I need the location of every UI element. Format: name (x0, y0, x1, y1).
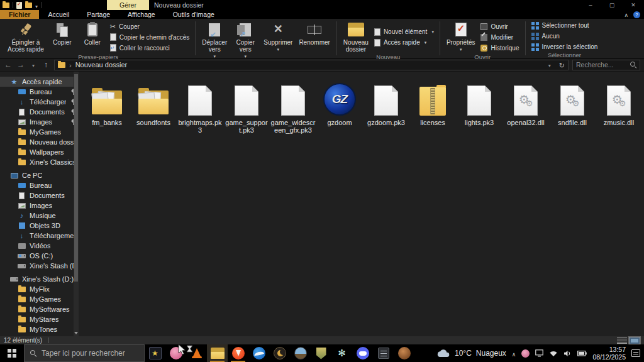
sidebar-item-musique[interactable]: Musique (0, 211, 79, 221)
edit-button[interactable]: Modifier (479, 33, 521, 42)
file-openal32[interactable]: openal32.dll (502, 82, 549, 126)
taskbar-app-landscape[interactable] (290, 344, 311, 362)
cut-button[interactable]: Couper (108, 22, 191, 31)
sidebar-item-d-mygames[interactable]: MyGames (0, 294, 79, 304)
qat-properties-icon[interactable] (16, 2, 22, 9)
sidebar-item-myflix[interactable]: MyFlix (0, 284, 79, 294)
taskbar-app-discord[interactable] (352, 344, 373, 362)
address-dropdown-caret-icon[interactable] (545, 60, 554, 69)
sidebar-item-images[interactable]: Images (0, 117, 79, 127)
tray-app-icon[interactable] (521, 349, 530, 358)
sidebar-item-bureau[interactable]: Bureau (0, 87, 79, 97)
taskbar-app-blue[interactable] (248, 344, 269, 362)
qat-new-folder-icon[interactable] (25, 3, 32, 8)
weather-widget[interactable]: 10°C Nuageux (436, 349, 506, 358)
file-zmusic[interactable]: zmusic.dll (596, 82, 642, 126)
file-gzdoom-pk3[interactable]: gzdoom.pk3 (363, 82, 409, 126)
details-view-toggle-icon[interactable] (617, 337, 627, 344)
start-button[interactable] (0, 344, 24, 362)
close-button[interactable] (623, 0, 644, 10)
qat-customize-caret-icon[interactable] (35, 0, 38, 11)
paste-button[interactable]: Coller (78, 21, 107, 53)
tab-partage[interactable]: Partage (78, 10, 119, 19)
taskbar-app-notes[interactable] (373, 344, 394, 362)
sidebar-item-nouveau-dossier-2[interactable]: Nouveau dossier (2) (0, 137, 79, 147)
minimize-button[interactable] (580, 0, 601, 10)
tab-affichage[interactable]: Affichage (119, 10, 164, 19)
recent-locations-caret-icon[interactable] (29, 60, 38, 69)
search-input[interactable] (576, 61, 630, 69)
clock[interactable]: 13:57 08/12/2025 (592, 346, 626, 361)
sidebar-item-videos[interactable]: Vidéos (0, 241, 79, 251)
scrollbar-thumb[interactable] (74, 74, 78, 282)
pin-to-quick-access-button[interactable]: Épingler à Accès rapide (5, 21, 47, 53)
sidebar-item-quick-access[interactable]: Accès rapide (0, 77, 79, 87)
network-icon[interactable] (549, 350, 558, 357)
file-licenses[interactable]: licenses (409, 82, 456, 126)
file-sndfile[interactable]: sndfile.dll (549, 82, 596, 126)
tray-monitor-icon[interactable] (535, 349, 543, 357)
taskbar-app-pink-game[interactable] (165, 344, 186, 362)
up-icon[interactable] (42, 60, 50, 69)
sidebar-item-mygames[interactable]: MyGames (0, 127, 79, 137)
back-icon[interactable] (4, 60, 13, 69)
copy-path-button[interactable]: Copier le chemin d'accès (108, 33, 191, 42)
tray-expand-icon[interactable] (512, 348, 516, 359)
sidebar-item-documents[interactable]: Documents (0, 107, 79, 117)
sidebar-item-pc-bureau[interactable]: Bureau (0, 180, 79, 190)
paste-shortcut-button[interactable]: Coller le raccourci (108, 43, 191, 53)
taskbar-app-snowflake[interactable] (331, 344, 352, 362)
sidebar-item-mysoftwares[interactable]: MySoftwares (0, 304, 79, 314)
taskbar-app-moon[interactable] (269, 344, 290, 362)
maximize-button[interactable] (601, 0, 623, 10)
file-gzdoom-exe[interactable]: GZ gzdoom (316, 82, 363, 126)
sidebar-item-objets-3d[interactable]: Objets 3D (0, 221, 79, 231)
new-folder-button[interactable]: Nouveau dossier (341, 21, 371, 53)
file-game-widescreen[interactable]: game_widescreen_gfx.pk3 (270, 82, 316, 134)
sidebar-item-wallpapers[interactable]: Wallpapers (0, 147, 79, 157)
manage-context-tab[interactable]: Gérer (107, 0, 149, 10)
sidebar-item-pc-documents[interactable]: Documents (0, 190, 79, 200)
tab-fichier[interactable]: Fichier (0, 10, 39, 19)
large-icons-view-toggle-icon[interactable] (629, 337, 640, 344)
quick-access-button[interactable]: Accès rapide (372, 38, 436, 47)
collapse-ribbon-icon[interactable] (624, 11, 628, 18)
properties-button[interactable]: Propriétés (444, 21, 478, 53)
address-bar[interactable]: Nouveau dossier (54, 60, 569, 70)
forward-icon[interactable] (16, 60, 25, 69)
taskbar-app-media-player[interactable] (145, 344, 165, 362)
sidebar-scrollbar[interactable] (74, 72, 79, 336)
taskbar-app-file-explorer[interactable] (207, 344, 228, 362)
sidebar-item-telechargements[interactable]: Téléchargements (0, 97, 79, 107)
history-button[interactable]: Historique (479, 43, 521, 53)
taskbar-app-vlc[interactable] (186, 344, 207, 362)
file-lights[interactable]: lights.pk3 (456, 82, 502, 126)
volume-icon[interactable] (564, 350, 572, 357)
tab-outils-image[interactable]: Outils d'image (164, 10, 223, 19)
delete-button[interactable]: Supprimer (261, 21, 295, 60)
search-icon[interactable] (630, 62, 636, 68)
scroll-down-arrow-icon[interactable] (74, 332, 78, 334)
taskbar-search[interactable] (24, 344, 145, 362)
invert-selection-button[interactable]: Inverser la sélection (530, 42, 600, 52)
sidebar-item-drive-root[interactable]: Xine's Stash (D:) (0, 274, 79, 284)
new-item-button[interactable]: Nouvel élément (372, 27, 436, 36)
open-button[interactable]: Ouvrir (479, 22, 521, 31)
sidebar-item-mytones[interactable]: MyTones (0, 324, 79, 334)
tab-accueil[interactable]: Accueil (39, 10, 78, 19)
file-brightmaps[interactable]: brightmaps.pk3 (177, 82, 223, 134)
sidebar-item-mystares[interactable]: MyStares (0, 314, 79, 324)
search-box[interactable] (572, 60, 640, 70)
select-all-button[interactable]: Sélectionner tout (530, 21, 600, 30)
sidebar-item-ce-pc[interactable]: Ce PC (0, 170, 79, 180)
battery-icon[interactable] (577, 351, 587, 356)
file-fm-banks[interactable]: fm_banks (84, 82, 130, 126)
copy-to-button[interactable]: Copier vers (231, 21, 260, 60)
taskbar-app-shield[interactable] (311, 344, 331, 362)
select-none-button[interactable]: Aucun (530, 31, 600, 41)
sidebar-item-xines-stash-d[interactable]: Xine's Stash (D:) (0, 261, 79, 271)
breadcrumb[interactable]: Nouveau dossier (75, 61, 128, 69)
sidebar-item-xines-classics[interactable]: Xine's Classics (0, 157, 79, 167)
sidebar-item-os-c[interactable]: OS (C:) (0, 251, 79, 261)
sidebar-item-pc-images[interactable]: Images (0, 200, 79, 211)
